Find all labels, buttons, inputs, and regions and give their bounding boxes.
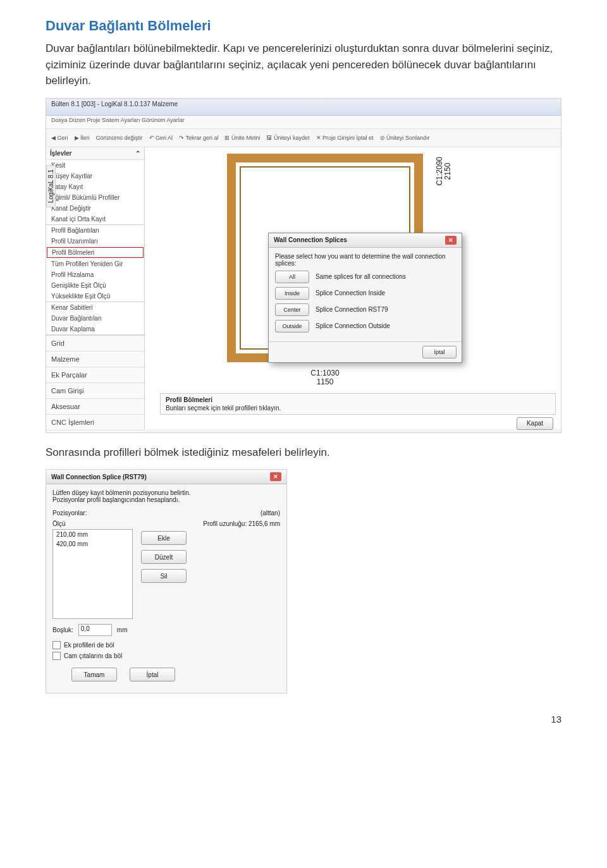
dialog2-title: Wall Connection Splice (RST79) bbox=[51, 474, 147, 480]
sb-item[interactable]: Düşey Kayıtlar bbox=[46, 171, 144, 181]
sb-section[interactable]: Ek Parçalar bbox=[46, 367, 144, 382]
section-heading: Duvar Bağlantı Bölmeleri bbox=[46, 18, 561, 34]
dlg-btn-all[interactable]: All bbox=[275, 271, 309, 283]
splices-dialog: Wall Connection Splices ✕ Please select … bbox=[268, 233, 462, 363]
edit-button[interactable]: Düzelt bbox=[141, 550, 187, 564]
tb-undo[interactable]: ↶ Geri Al bbox=[149, 135, 173, 141]
sb-item[interactable]: Kenar Sabitleri bbox=[46, 302, 144, 313]
screenshot-splice-dialog: Wall Connection Splice (RST79) ✕ Lütfen … bbox=[46, 469, 287, 694]
close-icon[interactable]: ✕ bbox=[270, 472, 281, 481]
sb-item-highlighted[interactable]: Profil Bölmeleri bbox=[47, 247, 144, 258]
sb-item[interactable]: Kesit bbox=[46, 160, 144, 171]
sb-item[interactable]: Profil Uzanımları bbox=[46, 236, 144, 247]
sb-section[interactable]: CNC İşlemleri bbox=[46, 414, 144, 430]
screenshot-main: Bülten 8.1 [003] - LogiKal 8.1.0.137 Mal… bbox=[46, 98, 561, 433]
tb-cancel[interactable]: ✕ Proje Girişini İptal et bbox=[316, 135, 374, 141]
close-button[interactable]: Kapat bbox=[517, 417, 553, 430]
sb-item[interactable]: Yükseklikte Eşit Ölçü bbox=[46, 291, 144, 302]
tb-view[interactable]: Görünümü değiştir bbox=[96, 135, 143, 141]
ok-button[interactable]: Tamam bbox=[71, 668, 117, 682]
dlg-btn-outside[interactable]: Outside bbox=[275, 320, 309, 333]
dlg-btn-inside[interactable]: Inside bbox=[275, 287, 309, 300]
sb-item[interactable]: Profil Hizalama bbox=[46, 269, 144, 280]
dlg-option-text: Same splices for all connections bbox=[316, 273, 406, 280]
dialog-lead: Please select how you want to determine … bbox=[275, 253, 455, 267]
positions-list[interactable]: 210,00 mm 420,00 mm bbox=[52, 529, 133, 619]
dimension-bottom: C1:1030 1150 bbox=[252, 369, 398, 386]
checkbox-icon[interactable] bbox=[52, 652, 61, 660]
drawing-canvas[interactable]: C1:20902150 C1:1030 1150 Wall Connection… bbox=[145, 147, 561, 429]
sb-item[interactable]: Profil Bağlantıları bbox=[46, 225, 144, 236]
sb-section[interactable]: Cam Girişi bbox=[46, 382, 144, 398]
gap-label: Boşluk: bbox=[52, 627, 73, 633]
olcu-label: Ölçü bbox=[52, 520, 135, 527]
positions-label: Pozisyonlar: bbox=[52, 510, 87, 517]
sb-section[interactable]: Aksesuar bbox=[46, 398, 144, 414]
menubar[interactable]: Dosya Düzen Proje Sistem Ayarları Görünü… bbox=[46, 116, 561, 129]
sb-item[interactable]: Duvar Kaplama bbox=[46, 324, 144, 334]
sidebar-header: İşlevler bbox=[50, 150, 71, 157]
status-text: Bunları seçmek için tekil profilleri tık… bbox=[166, 405, 550, 412]
sb-item[interactable]: Eğimli/ Bükümlü Profiller bbox=[46, 192, 144, 203]
sb-section[interactable]: Malzeme bbox=[46, 351, 144, 367]
sb-item[interactable]: Duvar Bağlantıları bbox=[46, 313, 144, 324]
sb-item[interactable]: Kanat içi Orta Kayıt bbox=[46, 214, 144, 224]
dlg-option-text: Splice Connection Inside bbox=[316, 290, 385, 296]
window-title: Bülten 8.1 [003] - LogiKal 8.1.0.137 Mal… bbox=[46, 99, 561, 116]
sidebar: İşlevler ⌃ Kesit Düşey Kayıtlar Yatay Ka… bbox=[46, 147, 145, 429]
sb-item[interactable]: Kanat Değiştir bbox=[46, 203, 144, 214]
second-paragraph: Sonrasında profilleri bölmek istediğiniz… bbox=[46, 444, 561, 461]
dialog2-desc1: Lütfen düşey kayıt bölmenin pozisyonunu … bbox=[52, 489, 280, 496]
close-icon[interactable]: ✕ bbox=[445, 236, 457, 245]
tb-redo[interactable]: ↷ Tekrar geri al bbox=[179, 135, 218, 141]
dimension-right: C1:20902150 bbox=[436, 157, 452, 185]
list-item[interactable]: 210,00 mm bbox=[53, 530, 132, 539]
tb-forward[interactable]: ▶ İleri bbox=[75, 135, 90, 141]
tb-back[interactable]: ◀ Geri bbox=[51, 135, 68, 141]
dlg-option-text: Splice Connection RST79 bbox=[316, 306, 388, 313]
tb-save[interactable]: 🖫 Üniteyi kaydet bbox=[266, 135, 309, 141]
sb-item[interactable]: Genişlikte Eşit Ölçü bbox=[46, 280, 144, 291]
page-number: 13 bbox=[46, 714, 561, 724]
sb-item[interactable]: Yatay Kayıt bbox=[46, 181, 144, 192]
status-title: Profil Bölmeleri bbox=[166, 396, 550, 403]
profile-length: Profil uzunluğu: 2165,6 mm bbox=[141, 520, 280, 527]
sb-section[interactable]: Grid bbox=[46, 335, 144, 351]
checkbox-glass-beads[interactable]: Cam çıtalarını da böl bbox=[52, 652, 280, 660]
vertical-tab[interactable]: LogiKaL 8.1 bbox=[46, 165, 56, 207]
dlg-btn-center[interactable]: Center bbox=[275, 303, 309, 316]
toolbar: ◀ Geri ▶ İleri Görünümü değiştir ↶ Geri … bbox=[46, 129, 561, 147]
dialog-title: Wall Connection Splices bbox=[274, 236, 347, 243]
sb-item[interactable]: Tüm Profilleri Yeniden Gir bbox=[46, 259, 144, 269]
status-panel: Profil Bölmeleri Bunları seçmek için tek… bbox=[160, 393, 556, 415]
gap-unit: mm bbox=[117, 627, 128, 633]
gap-input[interactable]: 0,0 bbox=[78, 624, 112, 636]
add-button[interactable]: Ekle bbox=[141, 531, 187, 545]
dialog2-desc2: Pozisyonlar profil başlangıcından hesapl… bbox=[52, 496, 280, 503]
tb-finish[interactable]: ⊘ Üniteyi Sonlandır bbox=[380, 135, 430, 141]
dlg-cancel-button[interactable]: İptal bbox=[422, 346, 457, 358]
delete-button[interactable]: Sil bbox=[141, 569, 187, 583]
intro-paragraph: Duvar bağlantıları bölünebilmektedir. Ka… bbox=[46, 40, 561, 89]
collapse-icon[interactable]: ⌃ bbox=[135, 150, 140, 157]
sb-section[interactable]: Ek Veriler bbox=[46, 430, 144, 433]
cancel-button[interactable]: İptal bbox=[130, 668, 175, 682]
dlg-option-text: Splice Connection Outside bbox=[316, 322, 390, 329]
checkbox-icon[interactable] bbox=[52, 641, 61, 649]
list-item[interactable]: 420,00 mm bbox=[53, 539, 132, 549]
tb-unit-text[interactable]: ⊞ Ünite Metni bbox=[224, 135, 260, 141]
checkbox-extra-profiles[interactable]: Ek profilleri de böl bbox=[52, 641, 280, 649]
positions-side: (alttan) bbox=[261, 510, 280, 517]
